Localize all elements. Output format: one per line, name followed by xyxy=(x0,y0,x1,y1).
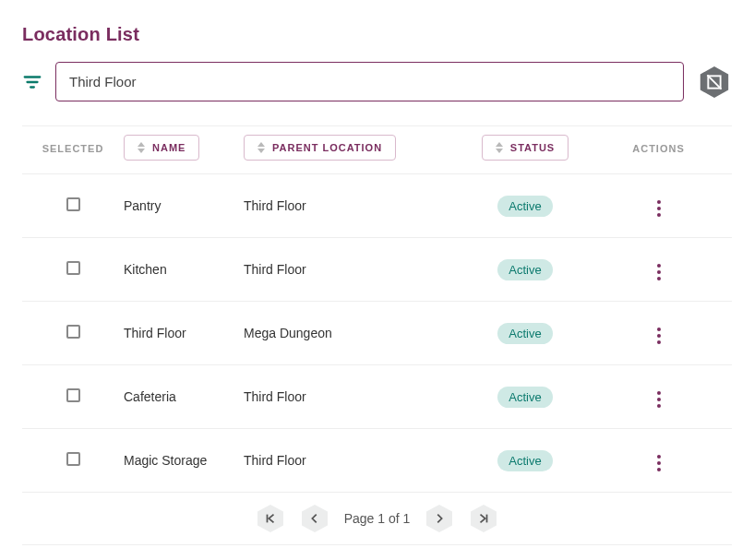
svg-marker-8 xyxy=(496,149,503,153)
sort-name-button[interactable]: Name xyxy=(124,135,199,161)
row-actions-menu[interactable] xyxy=(653,197,664,220)
status-badge: Active xyxy=(497,323,552,344)
svg-marker-6 xyxy=(257,149,265,153)
footer-actions: Select Create New Location xyxy=(22,544,732,560)
table-row: PantryThird FloorActive xyxy=(22,173,732,237)
first-page-button[interactable] xyxy=(256,504,285,533)
cell-name: Magic Storage xyxy=(124,453,207,468)
status-badge: Active xyxy=(497,259,552,280)
column-selected: Selected xyxy=(42,143,104,154)
sort-parent-button[interactable]: Parent Location xyxy=(244,135,396,161)
last-page-icon xyxy=(477,512,490,525)
search-row xyxy=(22,62,732,101)
cell-name: Pantry xyxy=(124,198,161,213)
sort-icon xyxy=(257,142,265,153)
cell-name: Kitchen xyxy=(124,262,167,277)
pagination: Page 1 of 1 xyxy=(22,492,732,544)
svg-marker-5 xyxy=(257,142,265,147)
last-page-button[interactable] xyxy=(469,504,498,533)
table-row: CafeteriaThird FloorActive xyxy=(22,364,732,428)
row-actions-menu[interactable] xyxy=(653,324,664,348)
next-page-button[interactable] xyxy=(425,504,454,533)
cell-parent: Third Floor xyxy=(244,389,306,404)
first-page-icon xyxy=(264,512,277,525)
prev-page-button[interactable] xyxy=(300,504,329,533)
cell-name: Cafeteria xyxy=(124,389,176,404)
table-row: KitchenThird FloorActive xyxy=(22,237,732,301)
table-row: Magic StorageThird FloorActive xyxy=(22,428,732,492)
row-checkbox[interactable] xyxy=(66,452,80,466)
column-name: Name xyxy=(152,142,186,153)
page-title: Location List xyxy=(22,24,732,45)
cell-name: Third Floor xyxy=(124,326,186,340)
sort-icon xyxy=(138,142,145,153)
table-header: Selected Name Parent Location xyxy=(22,126,732,173)
search-input[interactable] xyxy=(55,62,684,101)
cell-parent: Third Floor xyxy=(244,198,306,213)
chevron-right-icon xyxy=(433,512,446,525)
chevron-left-icon xyxy=(308,512,321,525)
filter-icon[interactable] xyxy=(22,72,42,92)
status-badge: Active xyxy=(497,387,552,408)
svg-marker-7 xyxy=(496,142,503,147)
sort-icon xyxy=(496,142,503,153)
sort-status-button[interactable]: Status xyxy=(482,135,568,161)
row-checkbox[interactable] xyxy=(66,325,80,339)
row-checkbox[interactable] xyxy=(66,261,80,275)
table-row: Third FloorMega DungeonActive xyxy=(22,301,732,364)
row-actions-menu[interactable] xyxy=(653,387,664,411)
cell-parent: Third Floor xyxy=(244,453,306,468)
row-checkbox[interactable] xyxy=(66,388,80,402)
column-status: Status xyxy=(510,142,555,153)
cell-parent: Mega Dungeon xyxy=(244,326,332,340)
svg-marker-4 xyxy=(138,149,145,153)
row-actions-menu[interactable] xyxy=(653,260,664,284)
page-label: Page 1 of 1 xyxy=(344,511,411,526)
status-badge: Active xyxy=(497,450,552,471)
location-table: Selected Name Parent Location xyxy=(22,125,732,544)
column-actions: Actions xyxy=(632,143,685,154)
cell-parent: Third Floor xyxy=(244,262,306,277)
row-actions-menu[interactable] xyxy=(653,451,664,475)
row-checkbox[interactable] xyxy=(66,197,80,211)
column-parent: Parent Location xyxy=(272,142,382,153)
svg-marker-3 xyxy=(138,142,145,147)
export-button[interactable] xyxy=(697,65,732,100)
status-badge: Active xyxy=(497,196,552,217)
